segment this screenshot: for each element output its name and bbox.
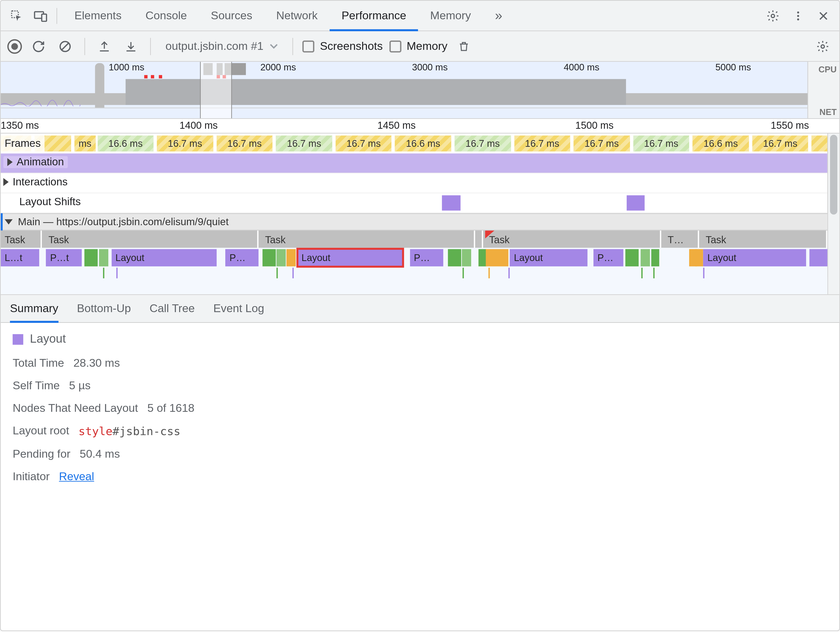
tab-call-tree[interactable]: Call Tree bbox=[150, 295, 195, 322]
task-block[interactable]: Task bbox=[261, 230, 475, 248]
device-toolbar-icon[interactable] bbox=[30, 5, 51, 26]
flame-event[interactable] bbox=[448, 249, 461, 266]
flame-event[interactable] bbox=[809, 249, 827, 266]
frame-cell[interactable] bbox=[812, 136, 827, 151]
flame-event[interactable] bbox=[641, 249, 649, 266]
flame-event[interactable] bbox=[626, 249, 639, 266]
overview-strip[interactable]: 1000 ms 2000 ms 3000 ms 4000 ms 5000 ms bbox=[1, 62, 840, 119]
flame-row[interactable]: L…tP…tLayoutP…LayoutP…LayoutP…Layout bbox=[1, 248, 827, 268]
flame-event[interactable]: P…t bbox=[46, 249, 82, 266]
summary-key: Total Time bbox=[13, 357, 64, 370]
overview-marker bbox=[144, 75, 148, 79]
tracks-scrollbar[interactable] bbox=[827, 134, 840, 294]
tab-console[interactable]: Console bbox=[134, 1, 199, 31]
flame-event[interactable]: Layout bbox=[112, 249, 216, 266]
frames-label: Frames bbox=[5, 137, 41, 150]
screenshots-checkbox[interactable]: Screenshots bbox=[303, 39, 383, 53]
flame-event[interactable] bbox=[478, 249, 486, 266]
flame-event[interactable] bbox=[651, 249, 660, 266]
tab-sources[interactable]: Sources bbox=[199, 1, 264, 31]
session-dropdown[interactable]: output.jsbin.com #1 bbox=[160, 37, 283, 55]
task-block[interactable]: Task bbox=[44, 230, 258, 248]
close-icon[interactable] bbox=[813, 5, 834, 26]
flame-event[interactable] bbox=[287, 249, 296, 266]
upload-icon[interactable] bbox=[95, 36, 115, 56]
task-row[interactable]: TaskTaskTaskTaskT…Task bbox=[1, 230, 827, 248]
record-icon[interactable] bbox=[7, 39, 22, 54]
task-block[interactable] bbox=[478, 230, 483, 248]
layout-shifts-row[interactable]: Layout Shifts bbox=[1, 193, 827, 213]
divider bbox=[293, 38, 294, 55]
reveal-link[interactable]: Reveal bbox=[59, 470, 94, 483]
expand-icon[interactable] bbox=[7, 158, 13, 166]
tab-elements[interactable]: Elements bbox=[62, 1, 133, 31]
task-block[interactable]: T… bbox=[663, 230, 699, 248]
overview-selection[interactable] bbox=[200, 62, 232, 118]
frame-cell[interactable]: 16.7 ms bbox=[514, 136, 570, 151]
flame-event[interactable]: Layout bbox=[510, 249, 587, 266]
flame-event[interactable]: L…t bbox=[1, 249, 39, 266]
layout-shift-block[interactable] bbox=[442, 195, 460, 211]
frame-cell[interactable]: 16.7 ms bbox=[633, 136, 689, 151]
kebab-menu-icon[interactable] bbox=[788, 5, 809, 26]
flame-event[interactable] bbox=[695, 249, 703, 266]
memory-checkbox[interactable]: Memory bbox=[389, 39, 448, 53]
flame-event[interactable] bbox=[277, 249, 286, 266]
download-icon[interactable] bbox=[121, 36, 141, 56]
flame-event[interactable]: Layout bbox=[297, 249, 403, 266]
tab-memory[interactable]: Memory bbox=[418, 1, 483, 31]
task-block[interactable]: Task bbox=[702, 230, 827, 248]
frame-cell[interactable]: 16.7 ms bbox=[336, 136, 392, 151]
tabs-overflow[interactable]: » bbox=[483, 1, 514, 31]
reload-record-icon[interactable] bbox=[28, 36, 49, 56]
clear-icon[interactable] bbox=[55, 36, 75, 56]
tab-event-log[interactable]: Event Log bbox=[213, 295, 264, 322]
flame-event[interactable]: P… bbox=[226, 249, 259, 266]
flame-event[interactable] bbox=[263, 249, 276, 266]
frame-cell[interactable]: 16.7 ms bbox=[276, 136, 332, 151]
layout-shift-block[interactable] bbox=[627, 195, 645, 211]
flame-event[interactable]: P… bbox=[594, 249, 623, 266]
frame-cell[interactable]: 16.7 ms bbox=[574, 136, 630, 151]
frame-cell[interactable]: 16.6 ms bbox=[98, 136, 154, 151]
settings-gear-icon[interactable] bbox=[762, 5, 784, 26]
frame-cell[interactable]: 16.7 ms bbox=[157, 136, 213, 151]
expand-icon[interactable] bbox=[3, 178, 8, 186]
settings-gear-icon[interactable] bbox=[813, 36, 833, 56]
frame-cell[interactable]: 16.7 ms bbox=[752, 136, 808, 151]
overview-main[interactable]: 1000 ms 2000 ms 3000 ms 4000 ms 5000 ms bbox=[1, 62, 807, 118]
flame-event[interactable] bbox=[84, 249, 98, 266]
interactions-row[interactable]: Interactions bbox=[1, 173, 827, 193]
scrollbar-thumb[interactable] bbox=[830, 135, 837, 214]
summary-value: 5 µs bbox=[69, 379, 90, 392]
task-block[interactable]: Task bbox=[1, 230, 42, 248]
flame-event[interactable] bbox=[486, 249, 508, 266]
frames-row[interactable]: Frames msms16.6 ms16.7 ms16.7 ms16.7 ms1… bbox=[1, 134, 827, 154]
details-tabs: Summary Bottom-Up Call Tree Event Log bbox=[1, 295, 840, 323]
overview-net-area bbox=[1, 108, 807, 118]
divider bbox=[84, 38, 85, 55]
flame-event[interactable] bbox=[462, 249, 471, 266]
tab-bottom-up[interactable]: Bottom-Up bbox=[77, 295, 131, 322]
trash-icon[interactable] bbox=[454, 36, 474, 56]
task-block[interactable]: Task bbox=[485, 230, 661, 248]
inspect-element-icon[interactable] bbox=[6, 5, 27, 26]
flame-event[interactable]: Layout bbox=[703, 249, 806, 266]
tab-summary[interactable]: Summary bbox=[10, 295, 58, 322]
animation-row[interactable]: Animation bbox=[1, 154, 827, 173]
flame-event[interactable] bbox=[99, 249, 108, 266]
tab-network[interactable]: Network bbox=[264, 1, 330, 31]
frame-cell[interactable]: 16.6 ms bbox=[693, 136, 749, 151]
flame-event[interactable]: P… bbox=[410, 249, 443, 266]
tab-performance[interactable]: Performance bbox=[330, 1, 418, 31]
frame-cell[interactable]: 16.6 ms bbox=[395, 136, 451, 151]
collapse-icon[interactable] bbox=[5, 219, 13, 224]
svg-point-6 bbox=[797, 18, 799, 20]
checkbox-icon bbox=[303, 40, 315, 52]
detail-ruler[interactable]: 1350 ms1400 ms1450 ms1500 ms1550 ms bbox=[1, 119, 840, 134]
frame-cell[interactable]: 16.7 ms bbox=[216, 136, 273, 151]
flame-subtick bbox=[292, 268, 294, 278]
frame-cell[interactable]: 16.7 ms bbox=[455, 136, 511, 151]
frame-cell[interactable]: ms bbox=[74, 136, 96, 151]
main-thread-header[interactable]: Main — https://output.jsbin.com/elisum/9… bbox=[1, 213, 827, 230]
